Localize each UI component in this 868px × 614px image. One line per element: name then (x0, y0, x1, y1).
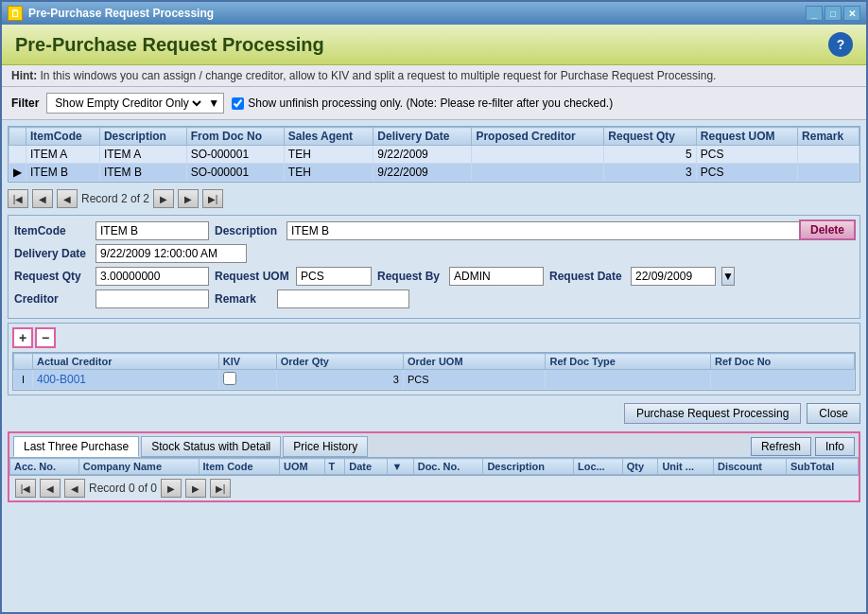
unfinish-checkbox-label: Show unfinish processing only. (Note: Pl… (248, 96, 613, 110)
unfinish-checkbox[interactable] (232, 97, 244, 110)
col-idx (14, 354, 33, 370)
cell-remark (798, 164, 859, 182)
table-row[interactable]: ITEM A ITEM A SO-000001 TEH 9/22/2009 5 … (9, 146, 859, 164)
detail-form: Delete ItemCode Description Delivery Dat… (8, 215, 860, 319)
request-qty-input[interactable] (95, 267, 209, 286)
help-button[interactable]: ? (828, 32, 853, 57)
upper-table-header: ItemCode Description From Doc No Sales A… (9, 128, 859, 146)
bottom-nav-last[interactable]: ▶| (210, 479, 231, 498)
tab-header: Last Three Purchase Stock Status with De… (9, 433, 859, 458)
col-order-qty: Order Qty (276, 354, 403, 370)
nav-prev2-button[interactable]: ◀ (57, 189, 78, 208)
upper-table-container: ItemCode Description From Doc No Sales A… (8, 126, 860, 183)
col-itemcode: ItemCode (26, 128, 100, 146)
tab-last-three-purchase[interactable]: Last Three Purchase (13, 436, 139, 457)
description-label: Description (215, 224, 281, 237)
request-uom-label: Request UOM (215, 270, 290, 283)
itemcode-input[interactable] (95, 221, 209, 240)
col-requestqty: Request Qty (604, 128, 696, 146)
bottom-nav-prev[interactable]: ◀ (40, 479, 61, 498)
col-ref-doc-type: Ref Doc Type (546, 354, 711, 370)
request-date-input[interactable] (631, 267, 716, 286)
delivery-date-label: Delivery Date (14, 247, 90, 260)
nav-last-button[interactable]: ▶| (202, 189, 223, 208)
purchase-request-button[interactable]: Purchase Request Processing (624, 403, 801, 424)
remark-input[interactable] (277, 289, 409, 308)
table-row[interactable]: ▶ ITEM B ITEM B SO-000001 TEH 9/22/2009 … (9, 164, 859, 182)
bottom-nav-prev2[interactable]: ◀ (64, 479, 85, 498)
col-description: Description (99, 128, 186, 146)
info-button[interactable]: Info (815, 437, 855, 456)
bottom-nav-next2[interactable]: ▶ (185, 479, 206, 498)
description-input[interactable] (286, 221, 854, 240)
app-icon: 🗒 (8, 6, 23, 21)
request-by-input[interactable] (449, 267, 544, 286)
form-row-4: Creditor Remark (14, 289, 854, 308)
cell-description: ITEM A (99, 146, 186, 164)
bottom-nav-next[interactable]: ▶ (161, 479, 182, 498)
add-creditor-button[interactable]: + (12, 327, 33, 348)
col-desc: Description (483, 459, 574, 475)
remove-creditor-button[interactable]: − (35, 327, 56, 348)
col-date: Date (345, 459, 388, 475)
tab-label: Last Three Purchase (24, 440, 129, 453)
delete-button[interactable]: Delete (799, 219, 856, 240)
page-title: Pre-Purchase Request Processing (15, 34, 324, 56)
col-subtotal: SubTotal (787, 459, 859, 475)
request-by-label: Request By (377, 270, 443, 283)
nav-prev-button[interactable]: ◀ (32, 189, 53, 208)
form-row-3: Request Qty Request UOM Request By Reque… (14, 267, 854, 286)
itemcode-label: ItemCode (14, 224, 90, 237)
content-area: Pre-Purchase Request Processing ? Hint: … (2, 25, 866, 612)
hint-label: Hint: (11, 69, 37, 82)
col-arrow (9, 128, 26, 146)
request-date-dropdown[interactable]: ▼ (721, 267, 735, 286)
nav-first-button[interactable]: |◀ (8, 189, 28, 208)
delivery-date-input[interactable] (95, 244, 247, 263)
creditor-kiv (218, 370, 276, 390)
creditor-input[interactable] (95, 289, 209, 308)
bottom-nav-info: Record 0 of 0 (89, 482, 157, 495)
creditor-idx: I (14, 370, 33, 390)
nav-next2-button[interactable]: ▶ (178, 189, 199, 208)
upper-nav-bar: |◀ ◀ ◀ Record 2 of 2 ▶ ▶ ▶| (8, 186, 860, 211)
minimize-button[interactable]: _ (806, 6, 823, 21)
request-uom-input[interactable] (296, 267, 372, 286)
tab-price-history[interactable]: Price History (283, 436, 368, 457)
nav-record-info: Record 2 of 2 (81, 192, 149, 205)
maximize-button[interactable]: □ (825, 6, 842, 21)
remark-label: Remark (215, 292, 271, 306)
creditor-section: + − Actual Creditor KIV Order Qty Order … (8, 323, 860, 395)
nav-next-button[interactable]: ▶ (153, 189, 174, 208)
request-date-label: Request Date (549, 270, 625, 283)
dropdown-arrow-icon: ▼ (208, 96, 219, 110)
close-button[interactable]: ✕ (843, 6, 860, 21)
add-remove-buttons: + − (12, 327, 856, 348)
close-button[interactable]: Close (807, 403, 860, 424)
col-sort: ▼ (388, 459, 413, 475)
filter-bar: Filter Show Empty Creditor Only ▼ Show u… (2, 87, 866, 120)
tab-stock-status[interactable]: Stock Status with Detail (141, 436, 281, 457)
col-item-code: Item Code (199, 459, 279, 475)
col-requestuom: Request UOM (696, 128, 797, 146)
cell-requestuom: PCS (696, 146, 797, 164)
form-row-2: Delivery Date (14, 244, 854, 263)
col-order-uom: Order UOM (403, 354, 546, 370)
creditor-table-header: Actual Creditor KIV Order Qty Order UOM … (14, 354, 855, 370)
filter-label: Filter (11, 96, 39, 110)
col-qty: Qty (622, 459, 658, 475)
tab-label: Price History (293, 440, 357, 453)
refresh-button[interactable]: Refresh (751, 437, 811, 456)
filter-dropdown[interactable]: Show Empty Creditor Only (51, 96, 204, 111)
bottom-nav-first[interactable]: |◀ (15, 479, 36, 498)
creditor-row[interactable]: I 400-B001 3 PCS (14, 370, 855, 390)
cell-itemcode: ITEM B (26, 164, 100, 182)
cell-fromdoc: SO-000001 (186, 164, 284, 182)
upper-table: ItemCode Description From Doc No Sales A… (9, 127, 859, 182)
bottom-nav-bar: |◀ ◀ ◀ Record 0 of 0 ▶ ▶ ▶| (9, 475, 859, 500)
action-row: Purchase Request Processing Close (8, 399, 860, 428)
window-title: Pre-Purchase Request Processing (28, 7, 214, 20)
row-arrow (9, 146, 26, 164)
kiv-checkbox[interactable] (223, 372, 236, 385)
request-qty-label: Request Qty (14, 270, 90, 283)
